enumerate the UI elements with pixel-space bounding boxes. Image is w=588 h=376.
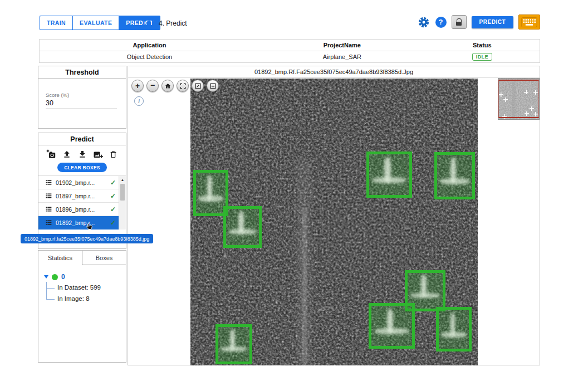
file-list: 01902_bmp.r... 01897_bmp.r... 01896_bmp.…	[38, 176, 119, 229]
projectname-cell: Airplane_SAR	[259, 51, 425, 63]
col-projectname: ProjectName	[259, 40, 425, 51]
tab-statistics[interactable]: Statistics	[38, 251, 82, 265]
predict-run-button[interactable]: PREDICT	[472, 16, 513, 28]
scrollbar-thumb[interactable]	[120, 184, 125, 201]
viewer-toolbar	[131, 80, 219, 92]
home-icon[interactable]	[161, 80, 174, 92]
check-icon	[110, 179, 116, 187]
upload-icon[interactable]	[62, 149, 72, 159]
class-color-dot	[52, 274, 58, 280]
file-list-item[interactable]: 01897_bmp.r...	[38, 189, 119, 203]
tab-evaluate[interactable]: EVALUATE	[72, 16, 119, 30]
predict-panel: Predict	[38, 133, 126, 249]
top-action-icons: PREDICT	[417, 14, 540, 30]
mode-tab-group: TRAIN EVALUATE PREDICT	[40, 16, 160, 30]
add-a-photo-icon[interactable]	[46, 149, 56, 159]
class-tree: 0 In Dataset: 599 In Image: 8	[44, 273, 126, 304]
keyboard-shortcuts-button[interactable]	[518, 14, 540, 30]
file-name: 01896_bmp.r...	[56, 206, 107, 213]
predict-title: Predict	[38, 133, 126, 145]
help-icon[interactable]	[435, 17, 447, 28]
step-label: 4. Predict	[159, 19, 187, 27]
sar-image[interactable]	[190, 79, 478, 365]
list-icon	[45, 219, 52, 226]
top-toolbar: TRAIN EVALUATE PREDICT 4. Predict PREDIC…	[0, 0, 588, 32]
info-icon[interactable]	[134, 96, 144, 106]
clear-boxes-button[interactable]: CLEAR BOXES	[57, 163, 107, 172]
class-tree-root[interactable]: 0	[44, 273, 126, 281]
minimap[interactable]	[498, 78, 540, 120]
delete-trash-icon[interactable]	[109, 149, 119, 159]
col-application: Application	[40, 40, 260, 51]
cursor-pointer	[85, 223, 94, 235]
file-list-scrollbar[interactable]	[119, 176, 126, 229]
project-table: Application ProjectName Status Object De…	[39, 39, 540, 63]
score-label: Score (%)	[46, 92, 119, 98]
stat-in-image: In Image: 8	[46, 293, 126, 304]
check-icon	[110, 206, 116, 213]
table-row[interactable]: Object Detection Airplane_SAR IDLE	[40, 51, 540, 63]
settings-gear-icon[interactable]	[417, 16, 430, 29]
airplane-target	[439, 310, 469, 349]
zoom-in-icon[interactable]	[131, 80, 144, 92]
zoom-out-icon[interactable]	[146, 80, 159, 92]
file-name: 01897_bmp.r...	[56, 193, 107, 199]
tab-train[interactable]: TRAIN	[40, 16, 72, 30]
detection-box[interactable]	[436, 307, 472, 351]
minimap-viewport-rect[interactable]	[498, 80, 539, 118]
table-header-row: Application ProjectName Status	[40, 40, 540, 51]
application-cell: Object Detection	[40, 51, 260, 63]
airplane-target	[437, 155, 472, 196]
fit-to-page-icon[interactable]	[177, 80, 189, 92]
file-list-item[interactable]: 01892_bmp.r...	[38, 216, 119, 229]
app-window: TRAIN EVALUATE PREDICT 4. Predict PREDIC…	[0, 0, 588, 376]
expand-triangle-icon[interactable]	[44, 275, 48, 279]
class-tree-children: In Dataset: 599 In Image: 8	[46, 282, 126, 304]
score-field[interactable]: Score (%) 30	[46, 92, 119, 109]
step-indicator: 4. Predict	[143, 18, 187, 28]
statistics-panel: Statistics Boxes 0 In Dataset: 599 In Im…	[38, 250, 126, 363]
add-image-icon[interactable]	[93, 149, 103, 159]
image-viewer-panel: 01892_bmp.Rf.Fa25cee35f075ec49a7dae8b93f…	[128, 66, 540, 365]
edit-icon[interactable]	[192, 80, 204, 92]
file-name: 01902_bmp.r...	[56, 179, 107, 186]
viewer-canvas[interactable]	[128, 78, 540, 365]
threshold-panel: Threshold Score (%) 30	[38, 66, 126, 129]
list-icon	[45, 179, 52, 186]
tab-boxes[interactable]: Boxes	[82, 251, 126, 265]
download-icon[interactable]	[77, 149, 87, 159]
scroll-up-icon[interactable]	[119, 176, 126, 183]
toggle-boxes-icon[interactable]	[207, 80, 219, 92]
score-input[interactable]: 30	[46, 99, 119, 107]
file-list-item[interactable]: 01902_bmp.r...	[38, 176, 119, 189]
file-list-container: 01902_bmp.r... 01897_bmp.r... 01896_bmp.…	[38, 175, 126, 229]
threshold-title: Threshold	[38, 66, 126, 79]
list-icon	[45, 206, 52, 213]
check-icon	[110, 219, 116, 227]
viewer-image-title: 01892_bmp.Rf.Fa25cee35f075ec49a7dae8b93f…	[128, 66, 540, 78]
status-badge: IDLE	[472, 53, 492, 61]
file-list-item[interactable]: 01896_bmp.r...	[38, 203, 119, 216]
col-status: Status	[425, 40, 540, 51]
filename-tooltip: 01892_bmp.rf.fa25cee35f075ec49a7dae8b93f…	[21, 234, 153, 243]
airplane-target	[369, 154, 409, 195]
airplane-target	[218, 327, 249, 362]
detection-box[interactable]	[223, 206, 262, 248]
class-id-label: 0	[61, 273, 65, 281]
stat-in-dataset: In Dataset: 599	[46, 282, 126, 293]
predict-actions	[38, 147, 126, 162]
check-icon	[110, 192, 116, 200]
keyboard-icon	[521, 17, 537, 27]
airplane-target	[226, 209, 259, 245]
file-name: 01892_bmp.r...	[56, 219, 107, 226]
detection-box[interactable]	[434, 152, 475, 199]
detection-box[interactable]	[215, 324, 252, 364]
status-cell: IDLE	[425, 51, 540, 63]
list-icon	[45, 192, 52, 199]
radio-selected-icon[interactable]	[143, 18, 154, 28]
detection-box[interactable]	[369, 303, 415, 349]
lock-button[interactable]	[452, 15, 467, 29]
detection-box[interactable]	[366, 152, 412, 198]
airplane-target	[371, 306, 412, 346]
airplane-target	[196, 173, 226, 213]
